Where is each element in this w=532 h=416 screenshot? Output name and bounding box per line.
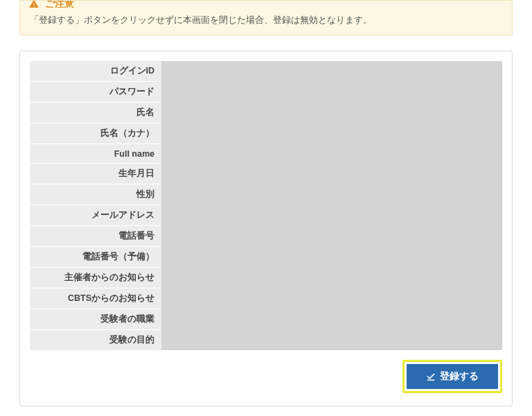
register-highlight: 登録する [402,360,502,393]
form-label: Full name [30,144,161,163]
form-label: 氏名（カナ） [30,123,161,144]
form-label: ログインID [30,61,161,81]
form-rows: ログインIDパスワード氏名氏名（カナ）Full name生年月日性別メールアドレ… [30,61,502,350]
warning-icon [28,1,39,8]
register-button[interactable]: 登録する [407,364,498,389]
form-label: 受験者の職業 [30,309,161,329]
notice-box: ご注意 「登録する」ボタンをクリックせずに本画面を閉じた場合、登録は無効となりま… [19,0,513,35]
form-label: 生年月日 [30,164,161,184]
form-label: 性別 [30,184,161,205]
form-label: 電話番号 [30,226,161,246]
notice-body: 「登録する」ボタンをクリックせずに本画面を閉じた場合、登録は無効となります。 [20,8,512,26]
form-label: 主催者からのお知らせ [30,268,161,288]
notice-header: ご注意 [20,1,512,8]
form-label: メールアドレス [30,205,161,225]
form-label: 氏名 [30,103,161,123]
register-label: 登録する [440,370,479,383]
form-label: 受験の目的 [30,330,161,350]
check-underline-icon [426,372,436,381]
form-label: 電話番号（予備） [30,247,161,267]
form-card: ログインIDパスワード氏名氏名（カナ）Full name生年月日性別メールアドレ… [19,51,513,406]
button-row: 登録する [30,350,502,393]
form-label: パスワード [30,82,161,102]
notice-title: ご注意 [45,1,74,8]
form-label: CBTSからのお知らせ [30,288,161,309]
values-masked-area [161,61,502,350]
